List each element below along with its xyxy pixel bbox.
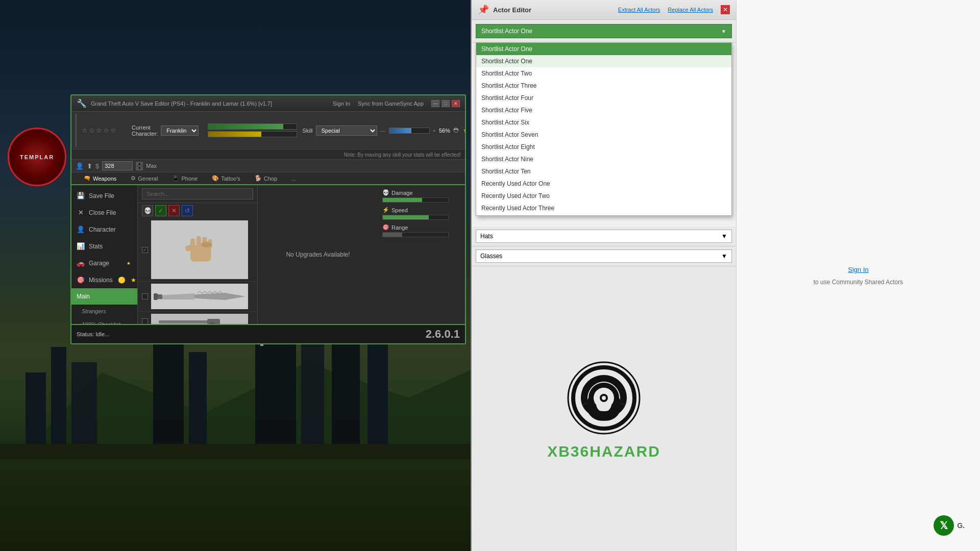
hats-label: Hats [480,233,493,240]
actor-item-shortlist-5[interactable]: Shortlist Actor Five [476,104,731,116]
actor-editor-title: Actor Editor [493,6,531,14]
sidebar-item-checklist[interactable]: 100% Checklist [71,318,137,324]
tab-chop[interactable]: 🐕 Chop [248,172,284,184]
signin-button[interactable]: Sign In [333,101,350,107]
stars-row: ☆ ☆ ☆ ☆ ☆ [82,127,116,134]
money-up[interactable]: ▲ [136,162,143,166]
character-icon: 👤 [77,226,85,233]
money-input[interactable] [102,161,133,170]
maximize-button[interactable]: □ [442,100,450,107]
sync-button[interactable]: Sync from GameSync App [358,101,424,107]
weapon-images-scroll: ✓ [138,218,257,324]
weapon-actions: 💀 ✓ ✕ ↺ [138,203,257,218]
sidebar-item-missions[interactable]: 🎯 Missions 🟡 ★ [71,271,137,288]
actor-item-recently-3[interactable]: Recently Used Actor Three [476,202,731,214]
range-bar [382,232,449,237]
tab-general[interactable]: ⚙ General [124,172,165,184]
skull-icon: 💀 [382,189,389,196]
minimize-button[interactable]: — [431,100,439,107]
actor-editor-panel: 📌 Actor Editor Extract All Actors Replac… [471,0,736,551]
sidebar-item-stats[interactable]: 📊 Stats [71,238,137,255]
fist-svg [177,227,223,273]
helm-icon: ⛑ [453,127,460,134]
money-max-label: Max [146,163,157,169]
biohazard-symbol [563,357,645,439]
actor-item-shortlist-2[interactable]: Shortlist Actor Two [476,67,731,80]
actor-item-shortlist-3[interactable]: Shortlist Actor Three [476,80,731,92]
weapon-item-knife[interactable] [138,282,257,312]
community-signin-link[interactable]: Sign In [848,266,868,273]
weapons-content: No Upgrades Available! [258,185,378,324]
general-icon: ⚙ [131,175,136,182]
actor-select-button[interactable]: Shortlist Actor One ▼ [476,24,732,38]
weapon-action-refresh[interactable]: ↺ [182,205,193,216]
actor-item-shortlist-1-hover[interactable]: Shortlist Actor One [476,55,731,67]
weapon-checkbox-unarmed[interactable]: ✓ [142,247,148,253]
weapon-item-pistol[interactable] [138,312,257,324]
hats-select[interactable]: Hats ▼ [476,230,732,243]
version-text: 2.6.0.1 [426,328,460,341]
knife-svg [154,285,246,308]
tab-phone[interactable]: 📱 Phone [165,172,205,184]
sidebar-item-close[interactable]: ✕ Close File [71,204,137,221]
skill-minus[interactable]: — [380,128,386,134]
actor-item-recently-2[interactable]: Recently Used Actor Two [476,190,731,202]
replace-all-button[interactable]: Replace All Actors [668,7,713,13]
sidebar-item-main[interactable]: Main [71,288,137,305]
damage-label: 💀 Damage [382,189,461,196]
money-sign: $ [95,162,99,170]
close-button[interactable]: ✕ [452,100,460,107]
sidebar-item-save[interactable]: 💾 Save File [71,187,137,204]
garage-icon: 🚗 [77,259,85,267]
speed-icon: ⚡ [382,207,389,213]
actor-item-recently-1[interactable]: Recently Used Actor One [476,178,731,190]
missions-icon: 🎯 [77,276,85,284]
actor-item-shortlist-9[interactable]: Shortlist Actor Nine [476,153,731,165]
star-4: ☆ [103,127,109,134]
weapons-search[interactable] [142,188,253,199]
skill-percent: 56% [439,128,450,134]
sidebar-item-character[interactable]: 👤 Character [71,221,137,238]
signin-description: to use Community Shared Actors [814,279,903,286]
actor-item-shortlist-7[interactable]: Shortlist Actor Seven [476,129,731,141]
window-controls: — □ ✕ [431,100,460,107]
sidebar-item-garage[interactable]: 🚗 Garage ★ [71,255,137,271]
stat-range: 🎯 Range [382,224,461,237]
character-select[interactable]: Franklin Michael Trevor [161,126,199,136]
status-bar: Status: Idle... 2.6.0.1 [71,324,465,343]
actor-item-shortlist-10[interactable]: Shortlist Actor Ten [476,165,731,178]
character-bar: ☆ ☆ ☆ ☆ ☆ Current Character: Franklin Mi… [71,112,465,149]
actor-editor-titlebar: 📌 Actor Editor Extract All Actors Replac… [472,0,736,20]
weapon-checkbox-knife[interactable] [142,293,148,299]
money-down[interactable]: ▼ [136,166,143,170]
actor-close-button[interactable]: ✕ [721,5,730,14]
sidebar-item-strangers[interactable]: Strangers [71,305,137,318]
hats-dropdown-container: Hats ▼ [472,227,736,246]
skill-plus[interactable]: + [433,128,436,134]
weapon-action-add[interactable]: ✓ [155,205,166,216]
skill-fill [389,128,412,133]
weapon-action-skull[interactable]: 💀 [142,205,153,216]
signin-area: Sign In to use Community Shared Actors [814,266,903,286]
weapon-action-remove[interactable]: ✕ [168,205,180,216]
tab-more[interactable]: ... [284,172,303,184]
skill-select[interactable]: Special Shooting Driving Flying [316,126,377,136]
xbox-x: 𝕏 [940,519,948,532]
actor-item-shortlist-4[interactable]: Shortlist Actor Four [476,92,731,104]
actor-dropdown-list[interactable]: Shortlist Actor One Shortlist Actor One … [476,42,732,216]
actor-item-shortlist-8[interactable]: Shortlist Actor Eight [476,141,731,153]
weapon-checkbox-pistol[interactable] [142,318,148,324]
xbox-text: G. [957,521,965,530]
skill-bar [389,128,430,134]
extract-all-button[interactable]: Extract All Actors [618,7,660,13]
weapon-item-unarmed[interactable]: ✓ [138,218,257,282]
actor-item-shortlist-1[interactable]: Shortlist Actor One [476,43,731,55]
actor-item-shortlist-6[interactable]: Shortlist Actor Six [476,116,731,129]
search-area [138,185,257,203]
actor-item-recently-4[interactable]: Recently Used Actor Four [476,214,731,216]
actor-dropdown-container: Shortlist Actor One ▼ Shortlist Actor On… [472,20,736,43]
glasses-label: Glasses [480,253,502,260]
tab-weapons[interactable]: 🔫 Weapons [77,172,124,185]
glasses-select[interactable]: Glasses ▼ [476,249,732,263]
tab-tattoos[interactable]: 🎨 Tattoo's [205,172,248,184]
